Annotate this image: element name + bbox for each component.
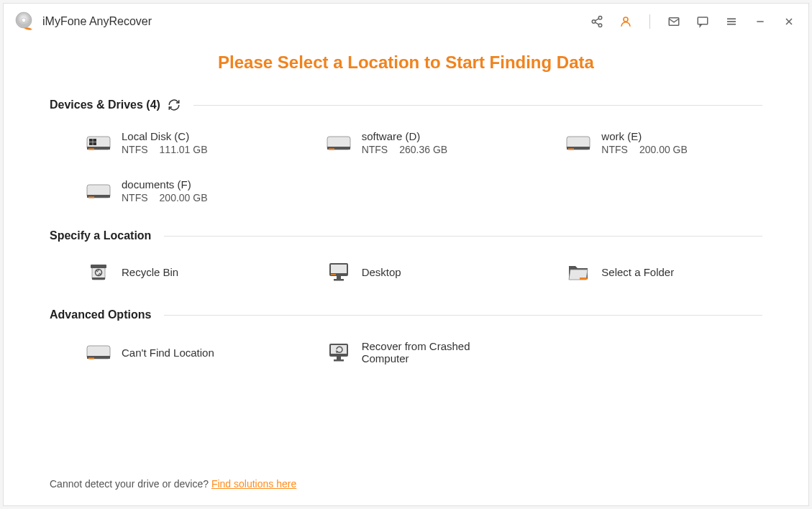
svg-rect-24 bbox=[329, 148, 334, 150]
drive-software-d[interactable]: software (D) NTFS 260.36 GB bbox=[290, 126, 523, 160]
drive-fs: NTFS bbox=[601, 144, 628, 155]
advanced-grid: Can't Find Location Recover from Crashed… bbox=[50, 336, 762, 369]
svg-point-3 bbox=[592, 20, 596, 24]
location-label: Select a Folder bbox=[601, 266, 674, 278]
drive-icon bbox=[86, 341, 111, 363]
location-label: Recycle Bin bbox=[122, 266, 178, 278]
devices-section-title: Devices & Drives (4) bbox=[50, 98, 160, 111]
app-title: iMyFone AnyRecover bbox=[42, 15, 152, 28]
drive-local-c[interactable]: Local Disk (C) NTFS 111.01 GB bbox=[50, 126, 283, 160]
drive-documents-f[interactable]: documents (F) NTFS 200.00 GB bbox=[50, 174, 283, 208]
drive-icon bbox=[86, 180, 111, 202]
locations-grid: Recycle Bin Desktop bbox=[50, 257, 762, 287]
user-icon[interactable] bbox=[619, 15, 632, 28]
drive-size: 111.01 GB bbox=[160, 144, 208, 155]
drive-name: documents (F) bbox=[122, 178, 208, 191]
location-desktop[interactable]: Desktop bbox=[290, 257, 523, 287]
svg-rect-36 bbox=[331, 265, 347, 273]
svg-point-4 bbox=[598, 24, 602, 27]
advanced-section-header: Advanced Options bbox=[50, 308, 762, 321]
drives-grid: Local Disk (C) NTFS 111.01 GB so bbox=[50, 126, 762, 208]
drive-sub: NTFS 260.36 GB bbox=[362, 144, 448, 155]
svg-rect-40 bbox=[580, 278, 587, 280]
titlebar-divider bbox=[649, 14, 650, 29]
drive-size: 200.00 GB bbox=[639, 144, 688, 155]
drive-fs: NTFS bbox=[122, 192, 148, 203]
drive-name: software (D) bbox=[362, 130, 448, 142]
svg-point-7 bbox=[624, 17, 628, 22]
drive-text: Local Disk (C) NTFS 111.01 GB bbox=[122, 130, 208, 155]
crashed-computer-icon bbox=[326, 341, 352, 363]
location-recycle-bin[interactable]: Recycle Bin bbox=[50, 257, 283, 287]
drive-icon bbox=[565, 132, 591, 154]
drive-sub: NTFS 200.00 GB bbox=[601, 144, 688, 155]
devices-section-header: Devices & Drives (4) bbox=[50, 98, 762, 111]
titlebar: iMyFone AnyRecover bbox=[4, 4, 808, 40]
menu-icon[interactable] bbox=[725, 15, 738, 28]
drive-text: work (E) NTFS 200.00 GB bbox=[601, 130, 688, 155]
specify-section-header: Specify a Location bbox=[50, 229, 762, 242]
svg-point-1 bbox=[22, 18, 26, 22]
specify-section-title: Specify a Location bbox=[50, 229, 151, 242]
desktop-icon bbox=[326, 261, 352, 283]
app-window: iMyFone AnyRecover bbox=[3, 3, 809, 506]
svg-line-5 bbox=[595, 19, 598, 21]
footer: Cannot detect your drive or device? Find… bbox=[50, 478, 762, 505]
location-label: Desktop bbox=[362, 266, 401, 278]
advanced-cant-find[interactable]: Can't Find Location bbox=[50, 336, 283, 369]
svg-point-2 bbox=[598, 17, 602, 20]
section-divider bbox=[193, 105, 762, 106]
folder-icon bbox=[565, 261, 591, 283]
titlebar-left: iMyFone AnyRecover bbox=[14, 11, 152, 32]
advanced-text: Recover from Crashed Computer bbox=[362, 340, 477, 364]
svg-rect-38 bbox=[334, 279, 344, 281]
drive-fs: NTFS bbox=[362, 144, 388, 155]
svg-rect-30 bbox=[88, 196, 94, 198]
footer-link[interactable]: Find solutions here bbox=[211, 478, 296, 490]
main-content: Please Select a Location to Start Findin… bbox=[4, 40, 808, 505]
drive-sub: NTFS 111.01 GB bbox=[122, 144, 208, 155]
drive-fs: NTFS bbox=[122, 144, 148, 155]
drive-name: work (E) bbox=[601, 130, 688, 142]
svg-rect-43 bbox=[88, 358, 94, 359]
footer-text: Cannot detect your drive or device? bbox=[50, 478, 211, 490]
section-divider bbox=[164, 315, 762, 316]
drive-windows-icon bbox=[86, 132, 111, 154]
drive-size: 260.36 GB bbox=[399, 144, 447, 155]
drive-text: documents (F) NTFS 200.00 GB bbox=[122, 178, 208, 203]
svg-rect-9 bbox=[698, 17, 708, 24]
mail-icon[interactable] bbox=[667, 15, 680, 28]
page-title: Please Select a Location to Start Findin… bbox=[50, 52, 762, 73]
svg-line-6 bbox=[595, 22, 598, 24]
drive-size: 200.00 GB bbox=[160, 192, 208, 203]
svg-rect-27 bbox=[568, 148, 574, 150]
drive-sub: NTFS 200.00 GB bbox=[122, 192, 208, 203]
close-icon[interactable] bbox=[783, 15, 795, 28]
advanced-label: Recover from Crashed Computer bbox=[362, 340, 477, 364]
refresh-icon[interactable] bbox=[168, 98, 181, 111]
advanced-crashed-computer[interactable]: Recover from Crashed Computer bbox=[290, 336, 523, 369]
svg-rect-37 bbox=[337, 276, 341, 279]
location-select-folder[interactable]: Select a Folder bbox=[529, 257, 762, 287]
drive-work-e[interactable]: work (E) NTFS 200.00 GB bbox=[529, 126, 762, 160]
minimize-icon[interactable] bbox=[754, 15, 767, 28]
share-icon[interactable] bbox=[590, 15, 603, 28]
svg-rect-46 bbox=[337, 357, 341, 359]
recycle-bin-icon bbox=[86, 261, 111, 283]
svg-rect-47 bbox=[334, 359, 344, 362]
svg-rect-39 bbox=[331, 274, 336, 275]
titlebar-right bbox=[590, 14, 795, 29]
drive-name: Local Disk (C) bbox=[122, 130, 208, 142]
drive-text: software (D) NTFS 260.36 GB bbox=[362, 130, 448, 155]
app-logo-icon bbox=[14, 11, 35, 32]
drive-icon bbox=[326, 132, 352, 154]
svg-rect-32 bbox=[91, 265, 106, 268]
advanced-section-title: Advanced Options bbox=[50, 308, 151, 321]
svg-rect-18 bbox=[88, 148, 94, 150]
svg-rect-21 bbox=[89, 142, 96, 142]
advanced-label: Can't Find Location bbox=[122, 347, 214, 359]
section-divider bbox=[164, 236, 762, 237]
feedback-icon[interactable] bbox=[696, 15, 709, 28]
svg-rect-33 bbox=[92, 278, 105, 280]
